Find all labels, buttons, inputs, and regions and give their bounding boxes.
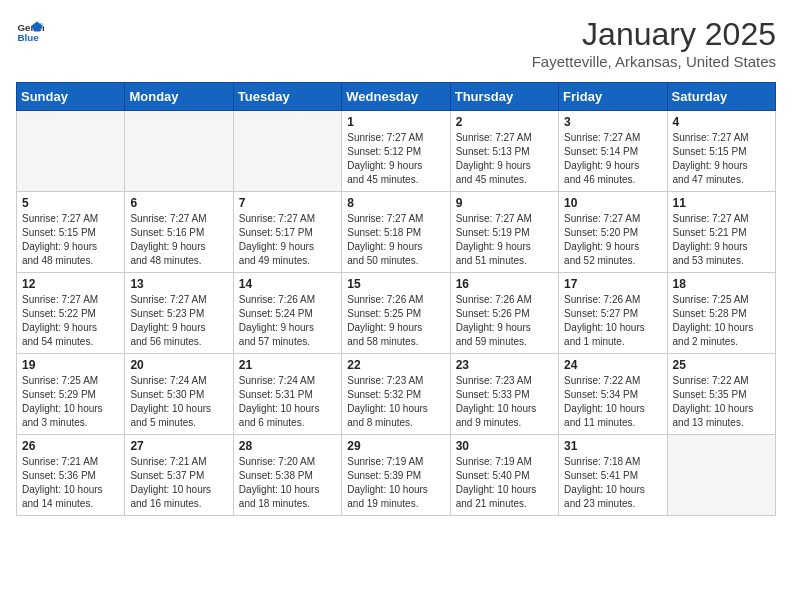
day-number: 8 xyxy=(347,196,444,210)
day-number: 23 xyxy=(456,358,553,372)
day-info: Sunrise: 7:25 AM Sunset: 5:28 PM Dayligh… xyxy=(673,293,770,349)
weekday-header-saturday: Saturday xyxy=(667,83,775,111)
day-info: Sunrise: 7:23 AM Sunset: 5:33 PM Dayligh… xyxy=(456,374,553,430)
calendar-day-7: 7Sunrise: 7:27 AM Sunset: 5:17 PM Daylig… xyxy=(233,192,341,273)
day-number: 21 xyxy=(239,358,336,372)
day-info: Sunrise: 7:27 AM Sunset: 5:14 PM Dayligh… xyxy=(564,131,661,187)
day-number: 26 xyxy=(22,439,119,453)
calendar-day-10: 10Sunrise: 7:27 AM Sunset: 5:20 PM Dayli… xyxy=(559,192,667,273)
day-info: Sunrise: 7:27 AM Sunset: 5:15 PM Dayligh… xyxy=(22,212,119,268)
day-info: Sunrise: 7:18 AM Sunset: 5:41 PM Dayligh… xyxy=(564,455,661,511)
weekday-header-tuesday: Tuesday xyxy=(233,83,341,111)
calendar-day-empty xyxy=(667,435,775,516)
day-number: 12 xyxy=(22,277,119,291)
calendar-day-23: 23Sunrise: 7:23 AM Sunset: 5:33 PM Dayli… xyxy=(450,354,558,435)
day-info: Sunrise: 7:27 AM Sunset: 5:23 PM Dayligh… xyxy=(130,293,227,349)
day-number: 28 xyxy=(239,439,336,453)
calendar-day-26: 26Sunrise: 7:21 AM Sunset: 5:36 PM Dayli… xyxy=(17,435,125,516)
day-number: 13 xyxy=(130,277,227,291)
day-info: Sunrise: 7:27 AM Sunset: 5:16 PM Dayligh… xyxy=(130,212,227,268)
day-number: 1 xyxy=(347,115,444,129)
day-number: 10 xyxy=(564,196,661,210)
calendar-day-5: 5Sunrise: 7:27 AM Sunset: 5:15 PM Daylig… xyxy=(17,192,125,273)
day-number: 2 xyxy=(456,115,553,129)
calendar-day-20: 20Sunrise: 7:24 AM Sunset: 5:30 PM Dayli… xyxy=(125,354,233,435)
calendar-day-16: 16Sunrise: 7:26 AM Sunset: 5:26 PM Dayli… xyxy=(450,273,558,354)
day-info: Sunrise: 7:27 AM Sunset: 5:20 PM Dayligh… xyxy=(564,212,661,268)
day-number: 25 xyxy=(673,358,770,372)
month-title: January 2025 xyxy=(532,16,776,53)
day-number: 5 xyxy=(22,196,119,210)
day-number: 6 xyxy=(130,196,227,210)
day-number: 3 xyxy=(564,115,661,129)
day-info: Sunrise: 7:27 AM Sunset: 5:13 PM Dayligh… xyxy=(456,131,553,187)
day-info: Sunrise: 7:26 AM Sunset: 5:24 PM Dayligh… xyxy=(239,293,336,349)
calendar-week-row: 1Sunrise: 7:27 AM Sunset: 5:12 PM Daylig… xyxy=(17,111,776,192)
day-number: 4 xyxy=(673,115,770,129)
calendar-day-28: 28Sunrise: 7:20 AM Sunset: 5:38 PM Dayli… xyxy=(233,435,341,516)
calendar-table: SundayMondayTuesdayWednesdayThursdayFrid… xyxy=(16,82,776,516)
day-info: Sunrise: 7:27 AM Sunset: 5:12 PM Dayligh… xyxy=(347,131,444,187)
calendar-day-4: 4Sunrise: 7:27 AM Sunset: 5:15 PM Daylig… xyxy=(667,111,775,192)
day-info: Sunrise: 7:27 AM Sunset: 5:17 PM Dayligh… xyxy=(239,212,336,268)
day-info: Sunrise: 7:27 AM Sunset: 5:19 PM Dayligh… xyxy=(456,212,553,268)
day-number: 24 xyxy=(564,358,661,372)
day-info: Sunrise: 7:27 AM Sunset: 5:18 PM Dayligh… xyxy=(347,212,444,268)
calendar-day-13: 13Sunrise: 7:27 AM Sunset: 5:23 PM Dayli… xyxy=(125,273,233,354)
day-info: Sunrise: 7:21 AM Sunset: 5:36 PM Dayligh… xyxy=(22,455,119,511)
day-number: 11 xyxy=(673,196,770,210)
weekday-header-sunday: Sunday xyxy=(17,83,125,111)
day-number: 20 xyxy=(130,358,227,372)
calendar-day-empty xyxy=(125,111,233,192)
calendar-week-row: 19Sunrise: 7:25 AM Sunset: 5:29 PM Dayli… xyxy=(17,354,776,435)
calendar-day-30: 30Sunrise: 7:19 AM Sunset: 5:40 PM Dayli… xyxy=(450,435,558,516)
day-number: 16 xyxy=(456,277,553,291)
day-info: Sunrise: 7:22 AM Sunset: 5:35 PM Dayligh… xyxy=(673,374,770,430)
calendar-day-29: 29Sunrise: 7:19 AM Sunset: 5:39 PM Dayli… xyxy=(342,435,450,516)
day-info: Sunrise: 7:20 AM Sunset: 5:38 PM Dayligh… xyxy=(239,455,336,511)
weekday-header-thursday: Thursday xyxy=(450,83,558,111)
calendar-day-18: 18Sunrise: 7:25 AM Sunset: 5:28 PM Dayli… xyxy=(667,273,775,354)
svg-text:Blue: Blue xyxy=(17,32,39,43)
calendar-day-21: 21Sunrise: 7:24 AM Sunset: 5:31 PM Dayli… xyxy=(233,354,341,435)
calendar-day-27: 27Sunrise: 7:21 AM Sunset: 5:37 PM Dayli… xyxy=(125,435,233,516)
day-number: 14 xyxy=(239,277,336,291)
day-info: Sunrise: 7:27 AM Sunset: 5:15 PM Dayligh… xyxy=(673,131,770,187)
calendar-day-8: 8Sunrise: 7:27 AM Sunset: 5:18 PM Daylig… xyxy=(342,192,450,273)
day-number: 17 xyxy=(564,277,661,291)
calendar-day-11: 11Sunrise: 7:27 AM Sunset: 5:21 PM Dayli… xyxy=(667,192,775,273)
calendar-day-24: 24Sunrise: 7:22 AM Sunset: 5:34 PM Dayli… xyxy=(559,354,667,435)
day-info: Sunrise: 7:24 AM Sunset: 5:30 PM Dayligh… xyxy=(130,374,227,430)
calendar-day-9: 9Sunrise: 7:27 AM Sunset: 5:19 PM Daylig… xyxy=(450,192,558,273)
day-number: 31 xyxy=(564,439,661,453)
day-info: Sunrise: 7:19 AM Sunset: 5:40 PM Dayligh… xyxy=(456,455,553,511)
title-area: January 2025 Fayetteville, Arkansas, Uni… xyxy=(532,16,776,70)
day-info: Sunrise: 7:23 AM Sunset: 5:32 PM Dayligh… xyxy=(347,374,444,430)
calendar-day-3: 3Sunrise: 7:27 AM Sunset: 5:14 PM Daylig… xyxy=(559,111,667,192)
calendar-day-1: 1Sunrise: 7:27 AM Sunset: 5:12 PM Daylig… xyxy=(342,111,450,192)
day-number: 29 xyxy=(347,439,444,453)
day-info: Sunrise: 7:27 AM Sunset: 5:22 PM Dayligh… xyxy=(22,293,119,349)
calendar-day-31: 31Sunrise: 7:18 AM Sunset: 5:41 PM Dayli… xyxy=(559,435,667,516)
day-info: Sunrise: 7:27 AM Sunset: 5:21 PM Dayligh… xyxy=(673,212,770,268)
calendar-day-15: 15Sunrise: 7:26 AM Sunset: 5:25 PM Dayli… xyxy=(342,273,450,354)
day-number: 9 xyxy=(456,196,553,210)
day-number: 7 xyxy=(239,196,336,210)
calendar-day-17: 17Sunrise: 7:26 AM Sunset: 5:27 PM Dayli… xyxy=(559,273,667,354)
calendar-day-2: 2Sunrise: 7:27 AM Sunset: 5:13 PM Daylig… xyxy=(450,111,558,192)
day-info: Sunrise: 7:24 AM Sunset: 5:31 PM Dayligh… xyxy=(239,374,336,430)
calendar-day-22: 22Sunrise: 7:23 AM Sunset: 5:32 PM Dayli… xyxy=(342,354,450,435)
calendar-week-row: 5Sunrise: 7:27 AM Sunset: 5:15 PM Daylig… xyxy=(17,192,776,273)
header: General Blue January 2025 Fayetteville, … xyxy=(16,16,776,70)
day-info: Sunrise: 7:19 AM Sunset: 5:39 PM Dayligh… xyxy=(347,455,444,511)
day-number: 19 xyxy=(22,358,119,372)
calendar-week-row: 12Sunrise: 7:27 AM Sunset: 5:22 PM Dayli… xyxy=(17,273,776,354)
weekday-header-monday: Monday xyxy=(125,83,233,111)
weekday-header-wednesday: Wednesday xyxy=(342,83,450,111)
calendar-day-6: 6Sunrise: 7:27 AM Sunset: 5:16 PM Daylig… xyxy=(125,192,233,273)
day-info: Sunrise: 7:26 AM Sunset: 5:27 PM Dayligh… xyxy=(564,293,661,349)
calendar-day-empty xyxy=(233,111,341,192)
day-number: 15 xyxy=(347,277,444,291)
logo: General Blue xyxy=(16,16,44,44)
logo-icon: General Blue xyxy=(16,16,44,44)
